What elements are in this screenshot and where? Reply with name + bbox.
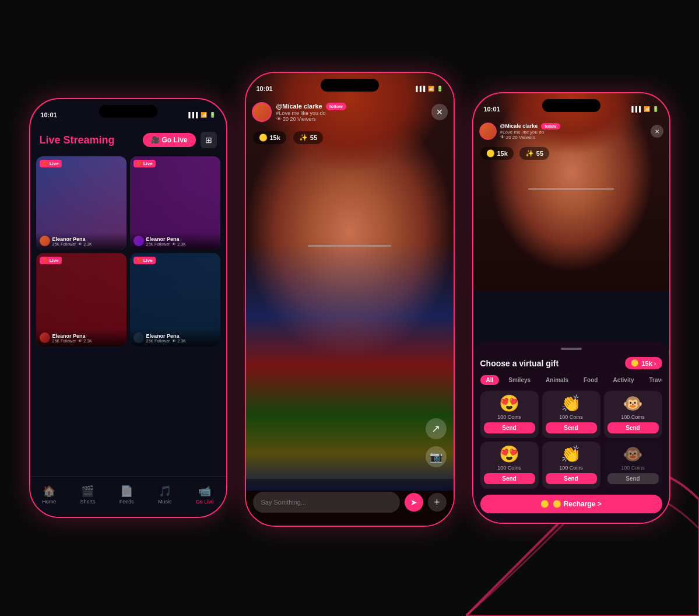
live-badge-2: 🔴 Live xyxy=(134,160,156,167)
gift-card-5[interactable]: 👏 100 Coins Send xyxy=(542,442,600,489)
signal-icon: ▐▐▐ xyxy=(187,112,198,118)
status-icons-3: ▐▐▐ 📶 🔋 xyxy=(630,106,658,112)
coins-balance-badge[interactable]: 🟡 15k › xyxy=(625,357,662,369)
stream-viewers-2: 👁 2.3K xyxy=(172,242,185,246)
nav-shorts[interactable]: 🎬 Shorts xyxy=(80,485,95,505)
gift-send-btn-4[interactable]: Send xyxy=(484,473,535,484)
nav-home[interactable]: 🏠 Home xyxy=(42,485,56,505)
gift-coins-3: 100 Coins xyxy=(621,414,645,420)
add-gift-button[interactable]: + xyxy=(428,493,447,512)
nav-feeds[interactable]: 📄 Feeds xyxy=(120,485,134,505)
stream-name-2: Eleanor Pena xyxy=(146,236,217,242)
phone2-topbar: @Micale clarke follow #Love me like you … xyxy=(252,102,448,122)
tab-activity[interactable]: Activity xyxy=(607,375,640,385)
star-icon-3: ✨ xyxy=(525,149,534,158)
gift-send-btn-3[interactable]: Send xyxy=(607,422,659,433)
gift-category-tabs: All Smileys Animals Food Activity Travel xyxy=(480,375,662,385)
chat-input[interactable] xyxy=(253,492,400,513)
close-button-3[interactable]: ✕ xyxy=(651,125,663,138)
gifts-grid: 😍 100 Coins Send 👏 100 Coins Send 🐵 100 … xyxy=(480,391,662,489)
close-button-2[interactable]: ✕ xyxy=(431,104,448,120)
stream-info-1: Eleanor Pena 25K Follower 👁 2.3K xyxy=(40,236,123,246)
tab-food[interactable]: Food xyxy=(578,375,603,385)
stream-followers-1: 25K Follower xyxy=(52,242,76,246)
nav-feeds-label: Feeds xyxy=(120,499,134,505)
tab-all[interactable]: All xyxy=(480,375,500,385)
share-button[interactable]: ↗ xyxy=(426,418,447,439)
stream-card-2[interactable]: 🔴 Live Eleanor Pena 25K Follower 👁 2.3K xyxy=(130,156,220,250)
stars-value: 55 xyxy=(310,134,317,141)
choose-gift-title: Choose a virtual gift xyxy=(480,359,559,368)
status-time-3: 10:01 xyxy=(484,106,500,113)
sheet-handle xyxy=(561,348,582,350)
streams-grid: 🔴 Live Eleanor Pena 25K Follower 👁 2.3K xyxy=(30,153,226,350)
gift-coins-1: 100 Coins xyxy=(497,414,521,420)
user-tag-3: #Love me like you do xyxy=(500,130,647,135)
nav-shorts-label: Shorts xyxy=(80,499,95,505)
phone-3: 10:01 ▐▐▐ 📶 🔋 @Micale clarke follow #Lov… xyxy=(472,92,670,524)
gift-card-3[interactable]: 🐵 100 Coins Send xyxy=(604,391,662,438)
music-icon: 🎵 xyxy=(159,485,171,498)
nav-music[interactable]: 🎵 Music xyxy=(158,485,172,505)
feeds-icon: 📄 xyxy=(120,485,133,498)
gift-card-4[interactable]: 😍 100 Coins Send xyxy=(480,442,539,489)
live-badge-3: 🔴 Live xyxy=(40,257,62,264)
gift-send-btn-5[interactable]: Send xyxy=(546,473,597,484)
gift-emoji-4: 😍 xyxy=(499,446,519,463)
phone3-main-content: @Micale clarke follow #Love me like you … xyxy=(473,93,669,523)
stream-followers-3: 25K Follower xyxy=(52,339,76,343)
go-live-button[interactable]: 🎥 Go Live xyxy=(143,133,195,147)
tab-travel[interactable]: Travel xyxy=(644,375,662,385)
gift-sheet-header: Choose a virtual gift 🟡 15k › xyxy=(480,357,662,369)
stream-card-3[interactable]: 🔴 Live Eleanor Pena 25K Follower 👁 2.3K xyxy=(36,253,127,346)
gift-send-btn-2[interactable]: Send xyxy=(546,422,597,433)
stream-avatar-4 xyxy=(134,332,144,343)
stream-card-1[interactable]: 🔴 Live Eleanor Pena 25K Follower 👁 2.3K xyxy=(36,156,127,250)
tab-animals[interactable]: Animals xyxy=(540,375,574,385)
bottom-navigation: 🏠 Home 🎬 Shorts 📄 Feeds 🎵 Music 📹 Go Liv… xyxy=(30,476,226,517)
star-icon: ✨ xyxy=(299,134,308,142)
gift-card-2[interactable]: 👏 100 Coins Send xyxy=(542,391,600,438)
stream-viewers-3: 👁 2.3K xyxy=(78,339,92,343)
heart-icon-3: 🟡 xyxy=(486,149,495,158)
phone-2: 10:01 ▐▐▐ 📶 🔋 @Micale clarke follow xyxy=(245,72,455,527)
stars-stat: ✨ 55 xyxy=(293,131,323,144)
qr-code-button[interactable]: ⊞ xyxy=(201,132,217,148)
camera-button[interactable]: 📷 xyxy=(426,446,447,467)
follow-button-3[interactable]: follow xyxy=(541,123,560,130)
stream-followers-4: 25K Follower xyxy=(146,339,170,343)
stream-overlay-2: Eleanor Pena 25K Follower 👁 2.3K xyxy=(130,232,220,250)
follow-button-2[interactable]: follow xyxy=(326,103,346,110)
stars-stat-3: ✨ 55 xyxy=(519,147,549,160)
nav-golive[interactable]: 📹 Go Live xyxy=(196,485,214,505)
nav-golive-label: Go Live xyxy=(196,499,214,505)
stream-text-4: Eleanor Pena 25K Follower 👁 2.3K xyxy=(146,333,217,343)
stream-viewers-4: 👁 2.3K xyxy=(172,339,185,343)
stream-card-4[interactable]: 🔴 Live Eleanor Pena 25K Follower 👁 2.3K xyxy=(130,253,220,346)
phone3-stats: 🟡 15k ✨ 55 xyxy=(480,147,550,160)
phone2-stats: 🟡 15k ✨ 55 xyxy=(253,131,324,144)
recharge-label: 🟡 Recharge > xyxy=(553,500,601,508)
signal-icon-3: ▐▐▐ xyxy=(630,106,641,112)
recharge-button[interactable]: 🟡 🟡 Recharge > xyxy=(480,495,662,513)
send-chat-button[interactable]: ➤ xyxy=(405,493,423,512)
gift-emoji-1: 😍 xyxy=(499,396,519,412)
stream-name-4: Eleanor Pena xyxy=(146,333,217,339)
phone3-topbar: @Micale clarke follow #Love me like you … xyxy=(479,123,663,140)
stream-text-2: Eleanor Pena 25K Follower 👁 2.3K xyxy=(146,236,217,246)
gift-send-btn-1[interactable]: Send xyxy=(484,422,535,433)
gift-coins-6: 100 Coins xyxy=(621,465,645,471)
hearts-value-3: 15k xyxy=(497,150,508,157)
user-info-3: @Micale clarke follow #Love me like you … xyxy=(500,123,647,140)
gift-card-1[interactable]: 😍 100 Coins Send xyxy=(480,391,539,438)
stream-stats-2: 25K Follower 👁 2.3K xyxy=(146,242,217,246)
viewers-count-2: 👁 20 20 Viewers xyxy=(276,116,427,122)
recharge-coin-icon: 🟡 xyxy=(540,500,549,508)
phone1-main-content: Live Streaming 🎥 Go Live ⊞ 🔴 Live Eleano… xyxy=(30,125,226,517)
streamer-name-3: @Micale clarke xyxy=(500,123,538,129)
wifi-icon-2: 📶 xyxy=(428,86,434,92)
tab-smileys[interactable]: Smileys xyxy=(503,375,536,385)
heart-icon: 🟡 xyxy=(259,134,268,142)
gift-card-6: 🐵 100 Coins Send xyxy=(604,442,662,489)
shorts-icon: 🎬 xyxy=(81,485,94,498)
